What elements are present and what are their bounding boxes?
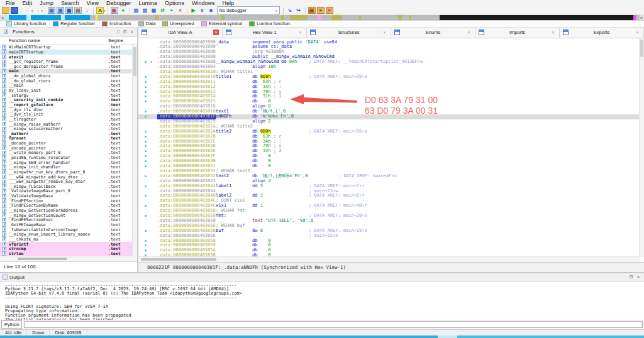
function-icon: f — [2, 107, 6, 112]
function-icon: f — [2, 79, 6, 83]
tab-close-icon[interactable]: × — [297, 30, 303, 35]
tab-close-icon[interactable]: × — [550, 30, 556, 35]
menu-file[interactable]: File — [2, 0, 19, 6]
panel-box-icon[interactable]: □ — [115, 29, 121, 35]
chevron-down-icon: ▾ — [31, 9, 33, 13]
jump-address-button[interactable]: ▦ — [65, 7, 73, 14]
output-float-icon[interactable]: ⊡ — [628, 274, 635, 280]
tab-close-icon[interactable]: × — [635, 30, 640, 35]
navband-right-arrow-icon[interactable]: ► — [640, 15, 644, 20]
add-breakpoint-button[interactable]: + — [317, 7, 325, 14]
jump-name-button[interactable]: ▤ — [48, 7, 55, 14]
navigation-band[interactable]: ◄ ► — [0, 15, 644, 21]
tab-label: Structures — [316, 30, 382, 35]
statusbar-cell: AU: idle — [0, 330, 27, 335]
function-icon: f — [2, 180, 6, 184]
reanalyze-button[interactable]: + — [168, 7, 175, 14]
annotation-arrow-icon — [283, 92, 358, 109]
stop-process-button[interactable]: ■ — [208, 7, 215, 14]
function-icon: f — [2, 60, 6, 64]
disasm-hscrollbar[interactable] — [138, 256, 640, 262]
menu-windows[interactable]: Windows — [188, 0, 219, 6]
step-over-button[interactable]: ↪ — [295, 7, 303, 14]
tab-close-icon[interactable]: × — [382, 30, 387, 35]
tab-enums[interactable]: Enums× — [391, 28, 475, 38]
flow-chart-button[interactable]: ▧ — [133, 7, 140, 14]
panel-float-icon[interactable]: ⊡ — [122, 29, 128, 35]
ida-view-a[interactable]: .data:0000000000403000_datasegment para … — [138, 38, 644, 262]
tab-ida-view-a[interactable]: IDA View-A× — [138, 28, 223, 38]
python-input[interactable] — [24, 321, 643, 328]
breakpoint-list-button[interactable]: ▤ — [308, 7, 316, 14]
navigation-dot-icon — [145, 215, 147, 217]
pause-process-button[interactable]: ‖ — [199, 7, 206, 14]
forward-button[interactable]: → — [34, 7, 42, 14]
function-icon: f — [2, 199, 6, 203]
chevron-down-icon: ▾ — [104, 9, 106, 13]
navigation-dot-icon — [145, 111, 147, 112]
function-icon: f — [2, 84, 6, 88]
disasm-instruction: dd 2 — [252, 194, 263, 199]
tab-label: Exports — [569, 30, 635, 35]
output-close-icon[interactable]: × — [635, 274, 641, 280]
tab-exports[interactable]: Exports× — [560, 28, 644, 38]
toolbar-separator — [93, 8, 94, 14]
disasm-comment: ; main+32↑o — [309, 234, 338, 239]
navigation-dot-icon — [145, 249, 147, 251]
tab-close-icon[interactable]: × — [213, 30, 219, 35]
view-tab-icon — [310, 30, 316, 35]
tab-imports[interactable]: Imports× — [475, 28, 560, 38]
disasm-vscrollbar[interactable] — [639, 38, 644, 257]
ascii-strings-button[interactable]: A — [96, 7, 104, 14]
step-into-button[interactable]: ↘ — [286, 7, 294, 14]
back-button[interactable]: ← — [24, 7, 31, 14]
navband-left-arrow-icon[interactable]: ◄ — [0, 15, 5, 20]
menu-jump[interactable]: Jump — [36, 0, 57, 6]
legend-label: Regular function — [60, 21, 95, 26]
sync-button[interactable]: ⇄ — [159, 7, 167, 14]
start-process-button[interactable]: ▶ — [190, 7, 197, 14]
tab-structures[interactable]: Structures× — [307, 28, 391, 38]
menu-debugger[interactable]: Debugger — [103, 0, 135, 6]
collapse-icon[interactable]: ∨ — [150, 60, 152, 65]
legend-swatch — [138, 21, 144, 26]
function-icon: f — [2, 151, 6, 155]
open-file-button[interactable] — [2, 7, 9, 14]
panel-close-icon[interactable]: × — [129, 29, 135, 35]
column-segment[interactable]: Segme — [108, 38, 123, 43]
snapshot-button[interactable]: ▣ — [111, 7, 118, 14]
navigation-dot-icon — [145, 145, 147, 147]
menu-help[interactable]: Help — [219, 0, 238, 6]
python-prompt-button[interactable]: Python — [1, 320, 22, 329]
navigation-dot-icon — [145, 81, 147, 83]
function-icon: f — [2, 213, 6, 217]
delete-breakpoint-button[interactable]: × — [326, 7, 333, 14]
menu-options[interactable]: Options — [161, 0, 188, 6]
lumina-button[interactable]: ● — [119, 7, 127, 14]
column-function-name[interactable]: Function name — [9, 38, 40, 43]
menu-lumina[interactable]: Lumina — [135, 0, 161, 6]
menu-view[interactable]: View — [83, 0, 103, 6]
function-icon: f — [2, 209, 6, 213]
debugger-select[interactable]: No debugger▾ — [217, 6, 280, 14]
call-graph-button[interactable]: ▨ — [142, 7, 149, 14]
legend-item-regular-function: Regular function — [53, 21, 95, 26]
functions-vscrollbar[interactable] — [132, 45, 137, 256]
jump-xref-button[interactable]: ▥ — [57, 7, 64, 14]
menu-edit[interactable]: Edit — [19, 0, 36, 6]
tab-close-icon[interactable]: × — [466, 30, 472, 35]
function-icon: f — [2, 232, 6, 237]
cancel-analysis-button[interactable]: × — [177, 7, 184, 14]
tab-hex-view-1[interactable]: Hex View-1× — [223, 28, 307, 38]
navigation-dot-icon — [145, 101, 147, 102]
function-row[interactable]: fstrlen.text — [0, 251, 137, 256]
functions-hscrollbar[interactable] — [0, 256, 137, 261]
functions-column-header[interactable]: Function name Segme — [0, 37, 137, 45]
navigation-dot-icon — [145, 230, 147, 232]
menu-search[interactable]: Search — [57, 0, 83, 6]
chevron-down-icon: ▾ — [42, 9, 43, 13]
save-button[interactable] — [11, 7, 18, 14]
jump-down-button[interactable]: ↓ — [83, 7, 91, 14]
produce-file-button[interactable]: ▤ — [74, 7, 82, 14]
xref-graph-button[interactable]: ▩ — [150, 7, 158, 14]
